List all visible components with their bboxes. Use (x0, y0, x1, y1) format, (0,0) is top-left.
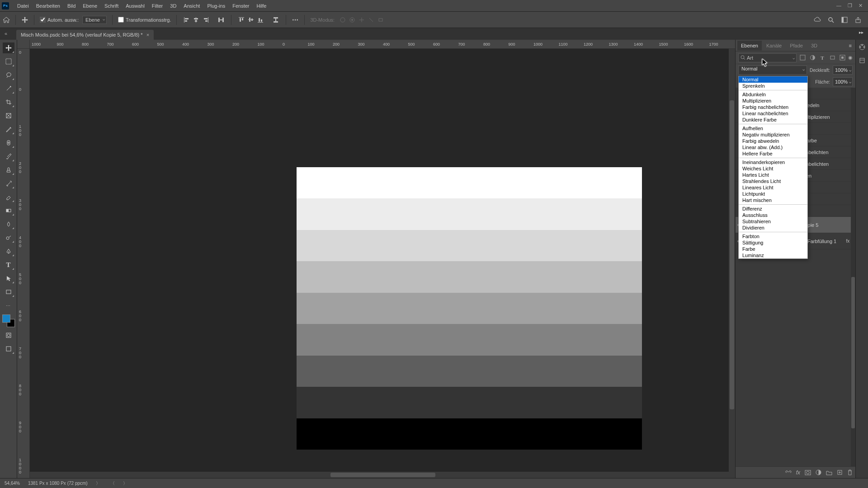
edit-toolbar-button[interactable]: ⋯ (3, 300, 14, 311)
history-brush-tool[interactable] (3, 178, 14, 189)
blend-option-luminanz[interactable]: Luminanz (739, 252, 807, 258)
blend-option-hartes-licht[interactable]: Hartes Licht (739, 172, 807, 178)
magic-wand-tool[interactable] (3, 83, 14, 94)
home-icon[interactable] (3, 16, 10, 23)
blend-option-ineinanderkopieren[interactable]: Ineinanderkopieren (739, 159, 807, 165)
blend-option-farbig-nachbelichten[interactable]: Farbig nachbelichten (739, 104, 807, 110)
blend-option-negativ-multiplizieren[interactable]: Negativ multiplizieren (739, 131, 807, 138)
layer-name[interactable]: Farbfüllung 1 (807, 239, 843, 244)
menu-auswahl[interactable]: Auswahl (122, 3, 148, 9)
quick-mask-button[interactable] (3, 330, 14, 341)
vertical-ruler[interactable]: 001002003004005006007008009001000 (17, 49, 30, 478)
blend-option-abdunkeln[interactable]: Abdunkeln (739, 91, 807, 98)
search-icon[interactable] (827, 16, 835, 23)
document-info[interactable]: 1381 Px x 1080 Px (72 ppcm) (28, 481, 88, 486)
document-tab[interactable]: Misch Modis.psdc bei 54,6% (verlauf Kopi… (16, 30, 154, 40)
crop-tool[interactable] (3, 97, 14, 108)
blend-option-dunklere-farbe[interactable]: Dunklere Farbe (739, 117, 807, 123)
foreground-color[interactable] (2, 314, 10, 323)
horizontal-ruler[interactable]: 1000900800700600500400300200100010020030… (30, 40, 735, 49)
filter-smartobject-icon[interactable] (838, 54, 846, 62)
move-tool-icon[interactable] (21, 16, 28, 23)
blend-option-farbe[interactable]: Farbe (739, 246, 807, 252)
color-swatch[interactable] (2, 314, 15, 327)
blend-option-subtrahieren[interactable]: Subtrahieren (739, 218, 807, 225)
more-options-button[interactable]: ⋯ (292, 16, 299, 23)
menu-plug-ins[interactable]: Plug-ins (203, 3, 229, 9)
pen-tool[interactable] (3, 246, 14, 257)
adjustment-layer-icon[interactable] (816, 469, 821, 475)
filter-type-icon[interactable]: T (818, 54, 826, 62)
tab-layers[interactable]: Ebenen (737, 41, 762, 51)
maximize-button[interactable]: ❐ (848, 3, 852, 9)
canvas-scrollbar-horizontal[interactable] (30, 472, 729, 478)
blend-option-normal[interactable]: Normal (739, 76, 807, 83)
menu-3d[interactable]: 3D (166, 3, 180, 9)
lasso-tool[interactable] (3, 70, 14, 80)
layers-scrollbar[interactable] (851, 88, 855, 466)
blur-tool[interactable] (3, 219, 14, 230)
brush-tool[interactable] (3, 151, 14, 162)
workspace-icon[interactable] (841, 16, 848, 23)
marquee-tool[interactable] (3, 56, 14, 67)
tab-channels[interactable]: Kanäle (763, 41, 785, 51)
screen-mode-button[interactable] (3, 343, 14, 354)
rectangle-tool[interactable] (3, 286, 14, 297)
fill-input[interactable]: 100% (833, 77, 853, 86)
color-panel-icon[interactable] (859, 43, 866, 51)
menu-schrift[interactable]: Schrift (101, 3, 122, 9)
blend-option-hellere-farbe[interactable]: Hellere Farbe (739, 150, 807, 157)
dodge-tool[interactable] (3, 232, 14, 243)
menu-bearbeiten[interactable]: Bearbeiten (33, 3, 64, 9)
distribute-v-button[interactable] (271, 15, 280, 24)
status-prev-icon[interactable]: 〈 (110, 480, 115, 487)
blend-option-farbton[interactable]: Farbton (739, 233, 807, 239)
close-button[interactable]: ✕ (859, 3, 863, 9)
blend-option-weiches-licht[interactable]: Weiches Licht (739, 165, 807, 172)
path-selection-tool[interactable] (3, 273, 14, 284)
cloud-docs-icon[interactable] (814, 16, 821, 23)
clone-stamp-tool[interactable] (3, 164, 14, 175)
healing-brush-tool[interactable] (3, 137, 14, 148)
zoom-level[interactable]: 54,64% (5, 481, 20, 486)
panel-menu-icon[interactable]: ≡ (849, 43, 854, 48)
properties-panel-icon[interactable] (859, 57, 866, 64)
new-group-icon[interactable] (826, 470, 832, 475)
layer-style-icon[interactable]: fx (796, 469, 800, 476)
layer-filter-select[interactable]: Art (738, 53, 797, 62)
blend-option-dividieren[interactable]: Dividieren (739, 225, 807, 231)
align-center-v-button[interactable] (246, 15, 255, 24)
delete-layer-icon[interactable] (847, 469, 853, 475)
menu-ebene[interactable]: Ebene (79, 3, 101, 9)
ruler-origin[interactable] (17, 40, 30, 49)
status-info-chevron-icon[interactable]: 〉 (96, 480, 100, 487)
blend-option-differenz[interactable]: Differenz (739, 206, 807, 212)
gradient-tool[interactable] (3, 205, 14, 216)
blend-option-linear-nachbelichten[interactable]: Linear nachbelichten (739, 110, 807, 117)
menu-bild[interactable]: Bild (64, 3, 79, 9)
status-next-icon[interactable]: 〉 (123, 480, 127, 487)
blend-option-hart-mischen[interactable]: Hart mischen (739, 197, 807, 203)
blend-option-multiplizieren[interactable]: Multiplizieren (739, 98, 807, 104)
blend-option-lichtpunkt[interactable]: Lichtpunkt (739, 191, 807, 197)
move-tool[interactable] (3, 42, 14, 53)
tab-paths[interactable]: Pfade (786, 41, 807, 51)
opacity-input[interactable]: 100% (833, 66, 853, 75)
transform-controls-checkbox[interactable]: Transformationsstrg. (118, 17, 171, 23)
blend-option-sprenkeln[interactable]: Sprenkeln (739, 83, 807, 89)
distribute-h-button[interactable] (217, 15, 226, 24)
blend-option-ausschluss[interactable]: Ausschluss (739, 212, 807, 218)
blend-option-strahlendes-licht[interactable]: Strahlendes Licht (739, 178, 807, 184)
align-center-h-button[interactable] (192, 15, 201, 24)
new-layer-icon[interactable] (837, 469, 843, 475)
expand-right-panels-icon[interactable]: ▸▸ (859, 30, 863, 35)
menu-ansicht[interactable]: Ansicht (180, 3, 203, 9)
link-layers-icon[interactable] (785, 470, 792, 475)
blend-option-farbig-abwedeln[interactable]: Farbig abwedeln (739, 138, 807, 144)
align-bottom-button[interactable] (256, 15, 265, 24)
share-icon[interactable] (854, 16, 862, 23)
eyedropper-tool[interactable] (3, 124, 14, 135)
filter-adjustment-icon[interactable] (808, 54, 816, 62)
align-right-button[interactable] (201, 15, 210, 24)
filter-pixel-icon[interactable] (798, 54, 807, 62)
